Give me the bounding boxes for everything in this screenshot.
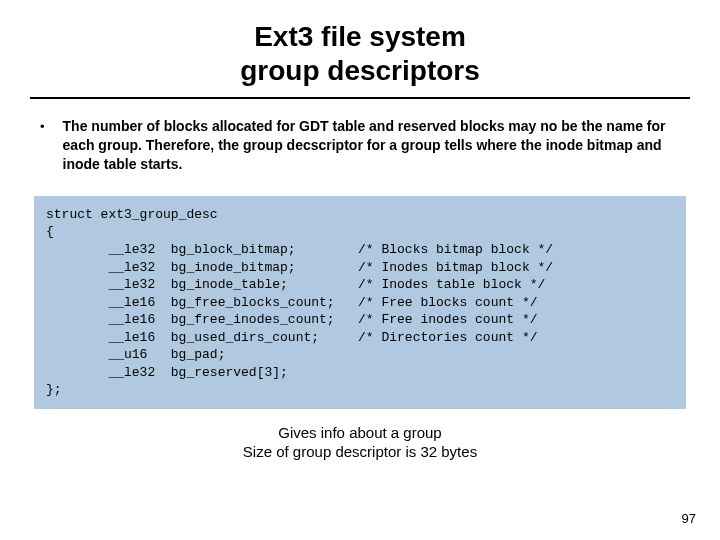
title-line-1: Ext3 file system	[254, 21, 466, 52]
title-line-2: group descriptors	[240, 55, 480, 86]
page-number: 97	[682, 511, 696, 526]
body-paragraph: The number of blocks allocated for GDT t…	[63, 117, 680, 174]
caption-line-1: Gives info about a group	[278, 424, 441, 441]
caption-block: Gives info about a group Size of group d…	[30, 423, 690, 462]
slide-title-block: Ext3 file system group descriptors	[30, 20, 690, 99]
caption-line-2: Size of group descriptor is 32 bytes	[243, 443, 477, 460]
body-bullet-item: • The number of blocks allocated for GDT…	[30, 117, 690, 174]
code-block: struct ext3_group_desc { __le32 bg_block…	[34, 196, 686, 409]
bullet-glyph: •	[40, 119, 45, 134]
